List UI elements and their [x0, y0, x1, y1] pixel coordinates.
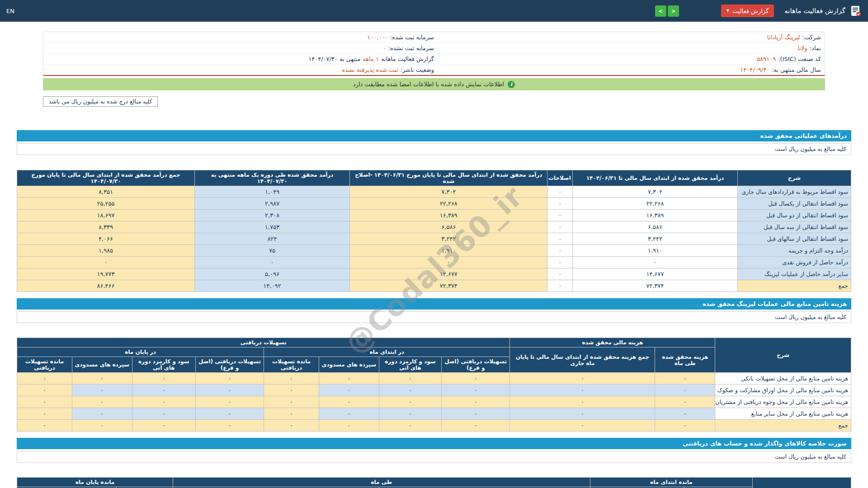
col-header-facility-balance: مانده تسهیلات دریافتی — [264, 357, 319, 373]
field-label: کد صنعت (ISIC): — [778, 56, 821, 62]
cell: ۰ — [442, 396, 510, 408]
signed-info-banner: i اطلاعات نمایش داده شده با اطلاعات امضا… — [43, 78, 825, 90]
cell: ۶,۵۸۶ — [350, 221, 547, 233]
signed-info-text: اطلاعات نمایش داده شده با اطلاعات امضا ش… — [353, 81, 504, 88]
cell: ۰ — [442, 420, 510, 432]
cell: ۰ — [510, 408, 655, 420]
cell: ۰ — [547, 233, 572, 245]
cell: ۰ — [547, 221, 572, 233]
cell: ۰ — [264, 385, 319, 396]
col-group-facilities: تسهیلات دریافتی — [17, 338, 510, 347]
table-row: جمع۷۲,۳۷۴۰۷۲,۳۷۴۱۴,۰۹۲۸۶,۴۶۶ — [17, 280, 851, 292]
row-label: سود اقساط انتقالی از یکسال قبل — [738, 198, 851, 210]
field-value: ۰ — [383, 45, 386, 52]
col-header-blocked-deposits: سپرده های مسدودی — [72, 357, 132, 373]
row-label: سایر درآمد حاصل از عملیات لیزینگ — [738, 268, 851, 280]
info-row: نماد: ولانا سرمایه ثبت نشده: ۰ — [43, 43, 825, 54]
table-row: سایر درآمد حاصل از عملیات لیزینگ۱۴,۶۷۷۰۱… — [17, 268, 851, 280]
nav-prev-button[interactable]: < — [668, 5, 679, 17]
row-label: هزینه تامین منابع مالی از محل اوراق مشار… — [715, 385, 851, 396]
col-header-sharh: شرح — [715, 338, 851, 373]
table-row: جمع۰۰۰۰۰۰۰۰۰۰ — [17, 420, 851, 432]
col-header-ytd: درآمد محقق شده از ابتدای سال مالی تا ۱۴۰… — [572, 170, 737, 186]
cell: ۰ — [195, 257, 350, 268]
topbar: گزارش فعالیت ماهانه گزارش فعالیت ▼ < > E… — [0, 0, 868, 22]
field-label: سرمایه ثبت نشده: — [388, 45, 434, 52]
nav-next-button[interactable]: > — [655, 5, 666, 17]
language-toggle[interactable]: EN — [6, 8, 14, 14]
section-operating-revenue: درآمدهای عملیاتی محقق شده کلیه مبالغ به … — [17, 130, 851, 292]
row-label: درآمد حاصل از فروش نقدی — [738, 257, 851, 268]
cell: ۰ — [72, 385, 132, 396]
table-row: سود اقساط انتقالی از سه سال قبل۶,۵۸۶۰۶,۵… — [17, 221, 851, 233]
cell: ۲,۹۸۷ — [195, 198, 350, 210]
info-row: سال مالی منتهی به: ۱۴۰۴/۰۹/۳۰ وضعیت ناشر… — [43, 65, 825, 75]
col-group-begin-balance: مانده ابتدای ماه — [590, 478, 753, 487]
col-header-sharh: شرح — [738, 170, 851, 186]
cell: ۰ — [319, 420, 379, 432]
table-row: درآمد حاصل از فروش نقدی۰۰۰۰۰ — [17, 257, 851, 268]
period-end-date: منتهی به ۱۴۰۴/۰۷/۳۰ — [308, 56, 360, 62]
report-type-label: گزارش فعالیت — [732, 8, 769, 14]
cell: ۰ — [72, 373, 132, 385]
row-label: هزینه تامین منابع مالی از محل وجوه دریاف… — [715, 396, 851, 408]
cell: ۰ — [264, 420, 319, 432]
row-label: سود اقساط انتقالی از سه سال قبل — [738, 221, 851, 233]
field-label: سال مالی منتهی به: — [772, 66, 821, 73]
cell: ۰ — [72, 420, 132, 432]
cell: ۰ — [17, 420, 72, 432]
cell: ۰ — [379, 408, 441, 420]
info-icon: i — [508, 81, 515, 88]
col-group-during-month: طی ماه — [173, 478, 590, 487]
cell: ۱۴,۶۷۷ — [572, 268, 737, 280]
fiscal-year-field: سال مالی منتهی به: ۱۴۰۴/۰۹/۳۰ — [434, 66, 821, 73]
cell: ۰ — [319, 385, 379, 396]
table-row: سود اقساط انتقالی از دو سال قبل۱۶,۳۸۹۰۱۶… — [17, 210, 851, 221]
cell: ۷۲,۳۷۴ — [572, 280, 737, 292]
symbol-field: نماد: ولانا — [434, 45, 821, 52]
section-title: درآمدهای عملیاتی محقق شده — [17, 130, 851, 141]
cell: ۱,۹۱۰ — [572, 245, 737, 257]
cell: ۳,۲۴۲ — [572, 233, 737, 245]
cell: ۸,۳۳۹ — [17, 221, 195, 233]
cell: ۰ — [132, 396, 195, 408]
col-header-future-interest: سود و کارمزد دوره های آتی — [379, 357, 441, 373]
cell: ۰ — [319, 396, 379, 408]
cell: ۰ — [379, 373, 441, 385]
company-info: شرکت: لیزینگ آریادانا سرمایه ثبت شده: ۱۰… — [43, 32, 825, 76]
row-label: درآمد وجه التزام و جریمه — [738, 245, 851, 257]
cell: ۰ — [655, 396, 715, 408]
company-field: شرکت: لیزینگ آریادانا — [434, 34, 821, 41]
col-header-cost-ytd: جمع هزینه محقق شده از ابتدای سال مالی تا… — [510, 347, 655, 373]
company-name[interactable]: لیزینگ آریادانا — [767, 34, 800, 41]
cell: ۷,۳۰۲ — [350, 186, 547, 198]
cell: ۷۲,۳۷۴ — [350, 280, 547, 292]
cell: ۰ — [655, 408, 715, 420]
unit-note-row: کلیه مبالغ به میلیون ریال است — [17, 311, 851, 323]
revenue-table: شرح درآمد محقق شده از ابتدای سال مالی تا… — [17, 170, 851, 292]
col-header-future-interest: سود و کارمزد دوره های آتی — [132, 357, 195, 373]
col-group-realized-cost: هزینه مالی محقق شده — [510, 338, 715, 347]
row-label: سود اقساط انتقالی از دو سال قبل — [738, 210, 851, 221]
table-row: هزینه تامین منابع مالی از محل اوراق مشار… — [17, 385, 851, 396]
field-label: گزارش فعالیت ماهانه — [381, 56, 434, 62]
report-type-button[interactable]: گزارش فعالیت ▼ — [721, 5, 774, 17]
cell: ۱,۹۸۵ — [17, 245, 195, 257]
cell: ۰ — [319, 408, 379, 420]
page-title: گزارش فعالیت ماهانه — [784, 7, 845, 15]
page-body: شرکت: لیزینگ آریادانا سرمایه ثبت شده: ۱۰… — [0, 32, 868, 488]
unregistered-capital-field: سرمایه ثبت نشده: ۰ — [47, 45, 434, 52]
cell: ۰ — [547, 245, 572, 257]
cell: ۸۶,۴۶۶ — [17, 280, 195, 292]
cell: ۰ — [17, 257, 195, 268]
cell: ۰ — [547, 268, 572, 280]
cell: ۰ — [72, 408, 132, 420]
cell: ۰ — [195, 373, 264, 385]
row-label: هزینه تامین منابع مالی از محل سایر منابع — [715, 408, 851, 420]
col-header-facility-principal: تسهیلات دریافتی (اصل و فرع) — [442, 357, 510, 373]
section-finance-cost: هزینه تامین منابع مالی عملیات لیزینگ محق… — [17, 298, 851, 432]
section-goods-summary: صورت خلاصه کالاهای واگذار شده و حساب های… — [17, 438, 851, 488]
finance-cost-table: شرح هزینه مالی محقق شده تسهیلات دریافتی … — [17, 338, 851, 432]
cell: ۲,۳۰۸ — [195, 210, 350, 221]
field-value: ۵۸۹۱۰۹ — [757, 56, 776, 62]
